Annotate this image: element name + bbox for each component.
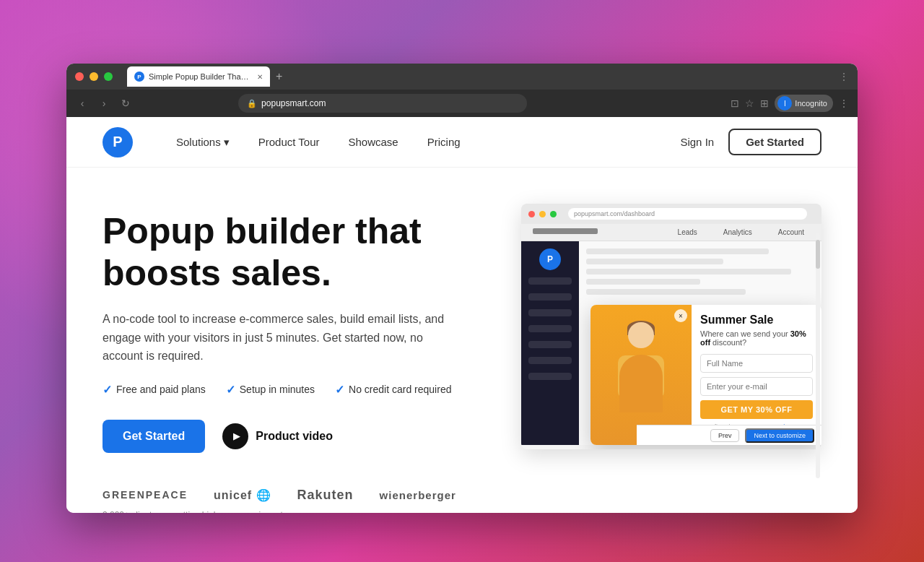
profile-button[interactable]: I Incognito [775,95,833,112]
popup-person-image [590,305,692,445]
cast-icon[interactable]: ⊡ [731,98,739,109]
popup-name-input[interactable] [700,354,813,373]
check-label-3: No credit card required [349,384,451,395]
nav-solutions[interactable]: Solutions ▾ [176,136,230,149]
forward-button[interactable]: › [97,98,111,109]
nav-links: Solutions ▾ Product Tour Showcase Pricin… [176,136,680,149]
star-icon[interactable]: ☆ [745,98,754,109]
product-video-label: Product video [256,430,333,443]
popup-cta-button[interactable]: GET MY 30% OFF [700,400,813,419]
person-head [628,322,654,348]
nav-pricing[interactable]: Pricing [427,136,461,148]
mockup-content-area: × Summer Sale Where can we send your 30%… [579,241,821,445]
nav-showcase[interactable]: Showcase [349,136,398,148]
popup-image-side: × [590,305,692,445]
back-button[interactable]: ‹ [75,98,90,109]
chrome-menu-icon[interactable]: ⋮ [839,98,849,109]
mockup-url-text: popupsmart.com/dashboard [574,210,655,217]
mockup-content-row-2 [586,259,723,264]
browser-titlebar: P Simple Popup Builder That Bo... ✕ + ⋮ [66,64,858,90]
close-button[interactable] [75,72,84,81]
avatar: I [777,96,792,111]
new-tab-button[interactable]: + [276,70,282,83]
mockup-content-row-5 [586,289,746,295]
tab-close-icon[interactable]: ✕ [257,73,263,81]
mockup-bottom-bar: Prev Next to customize [637,425,821,445]
mockup-min-dot [539,211,546,217]
mockup-tab-account: Account [772,224,810,241]
mockup-close-dot [528,211,535,217]
hero-buttons: Get Started ▶ Product video [103,420,507,453]
mockup-nav-tabs: Leads Analytics Account [521,224,821,241]
address-bar: ‹ › ↻ 🔒 popupsmart.com ⊡ ☆ ⊞ I Incognito… [66,90,858,117]
sign-in-button[interactable]: Sign In [680,136,714,148]
browser-tab-active[interactable]: P Simple Popup Builder That Bo... ✕ [127,66,270,87]
tab-area: P Simple Popup Builder That Bo... ✕ + ⋮ [127,66,849,87]
mockup-prev-button[interactable]: Prev [710,429,740,442]
mockup-sidebar-item-3 [528,309,572,316]
checkmark-icon-1: ✓ [103,383,112,397]
wienerberger-logo: wienerberger [380,489,456,501]
rakuten-logo: Rakuten [297,488,354,503]
logo-letter: P [113,134,122,150]
tab-favicon: P [134,72,144,82]
popup-form-side: Summer Sale Where can we send your 30% o… [692,305,821,445]
address-bar-right: ⊡ ☆ ⊞ I Incognito ⋮ [731,95,849,112]
browser-window: P Simple Popup Builder That Bo... ✕ + ⋮ … [66,64,858,513]
site-navigation: P Solutions ▾ Product Tour Showcase Pric… [66,117,858,168]
mockup-titlebar: popupsmart.com/dashboard [521,204,821,224]
hero-description: A no-code tool to increase e-commerce sa… [103,310,449,366]
brand-logos-row: GREENPEACE unicef 🌐 Rakuten wienerberger [103,488,507,503]
mockup-sidebar-item-7 [528,373,572,380]
mockup-body: P [521,241,821,445]
hero-check-1: ✓ Free and paid plans [103,383,206,397]
greenpeace-logo: GREENPEACE [103,489,188,501]
get-started-hero-button[interactable]: Get Started [103,420,205,453]
tab-title: Simple Popup Builder That Bo... [149,72,250,81]
tab-search-icon[interactable]: ⊞ [760,98,769,109]
url-input[interactable]: 🔒 popupsmart.com [238,94,527,113]
product-video-button[interactable]: ▶ Product video [222,423,333,449]
mockup-tab-analytics: Analytics [718,224,758,241]
mockup-content-row-1 [586,248,769,254]
get-started-nav-button[interactable]: Get Started [728,129,821,155]
play-triangle-icon: ▶ [233,431,240,441]
maximize-button[interactable] [104,72,113,81]
reload-button[interactable]: ↻ [118,98,133,109]
popup-subtitle-after: discount? [710,338,746,347]
unicef-logo: unicef 🌐 [214,488,271,502]
play-icon: ▶ [222,423,248,449]
scrollbar[interactable] [816,233,820,478]
popup-subtitle-before: Where can we send your [700,329,790,338]
site-logo[interactable]: P [103,127,133,157]
mockup-max-dot [550,211,557,217]
minimize-button[interactable] [90,72,98,81]
hero-check-2: ✓ Setup in minutes [226,383,315,397]
ssl-lock-icon: 🔒 [247,99,257,108]
checkmark-icon-3: ✓ [335,383,344,397]
mockup-sidebar: P [521,241,579,445]
mockup-sidebar-item-6 [528,357,572,364]
nav-actions: Sign In Get Started [680,129,821,155]
mockup-next-button[interactable]: Next to customize [745,428,814,443]
mockup-sidebar-item-2 [528,293,572,301]
popup-email-input[interactable] [700,377,813,396]
hero-check-3: ✓ No credit card required [335,383,451,397]
chevron-down-icon: ▾ [224,136,230,149]
popup-overlay: × Summer Sale Where can we send your 30%… [590,305,821,445]
mockup-sidebar-item-5 [528,341,572,348]
check-label-2: Setup in minutes [240,384,315,395]
mockup-content-row-4 [586,279,700,285]
scrollbar-thumb [816,240,820,269]
more-menu-icon[interactable]: ⋮ [839,71,849,82]
clients-text: 3,000+ clients are getting higher conver… [103,510,507,513]
mockup-sidebar-logo: P [539,248,561,270]
person-body [619,355,663,412]
hero-section: Popup builder that boosts sales. A no-co… [66,168,858,513]
mockup-content-row-3 [586,269,791,274]
profile-name: Incognito [795,99,827,108]
check-label-1: Free and paid plans [116,384,206,395]
popup-close-button[interactable]: × [674,309,687,322]
mockup-tab-leads: Leads [672,224,703,241]
nav-product-tour[interactable]: Product Tour [258,136,320,148]
